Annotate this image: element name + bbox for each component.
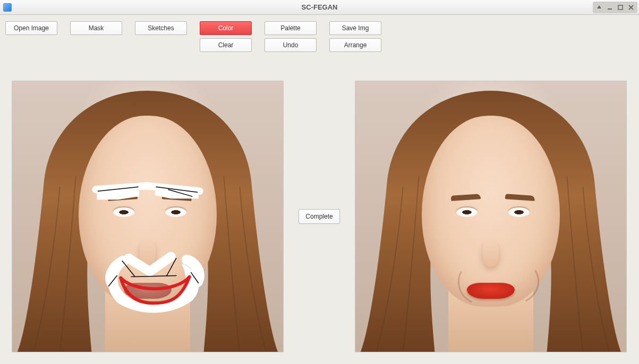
app-icon [3, 3, 12, 12]
svg-rect-0 [608, 8, 612, 10]
clear-button[interactable]: Clear [200, 38, 252, 52]
canvas-row: Complete [5, 81, 634, 352]
output-canvas [355, 81, 627, 352]
toolbar: Open Image Mask Sketches Color Clear Pal… [5, 21, 634, 52]
window-title: SC-FEGAN [302, 3, 338, 11]
open-image-button[interactable]: Open Image [5, 21, 57, 35]
maximize-button[interactable] [615, 3, 626, 12]
close-button[interactable] [626, 3, 636, 12]
palette-button[interactable]: Palette [265, 21, 317, 35]
titlebar: SC-FEGAN [0, 0, 639, 15]
sketches-button[interactable]: Sketches [135, 21, 187, 35]
complete-button[interactable]: Complete [299, 209, 340, 224]
window-controls [593, 2, 637, 13]
window-up-button[interactable] [594, 3, 604, 12]
svg-rect-1 [618, 5, 623, 10]
output-artifact [355, 81, 626, 352]
input-overlay [12, 81, 283, 352]
main-content: Open Image Mask Sketches Color Clear Pal… [0, 15, 639, 359]
undo-button[interactable]: Undo [265, 38, 317, 52]
save-img-button[interactable]: Save Img [329, 21, 381, 35]
input-canvas[interactable] [12, 81, 284, 352]
color-button[interactable]: Color [200, 21, 252, 35]
arrange-button[interactable]: Arrange [329, 38, 381, 52]
minimize-button[interactable] [604, 3, 615, 12]
mask-button[interactable]: Mask [70, 21, 122, 35]
